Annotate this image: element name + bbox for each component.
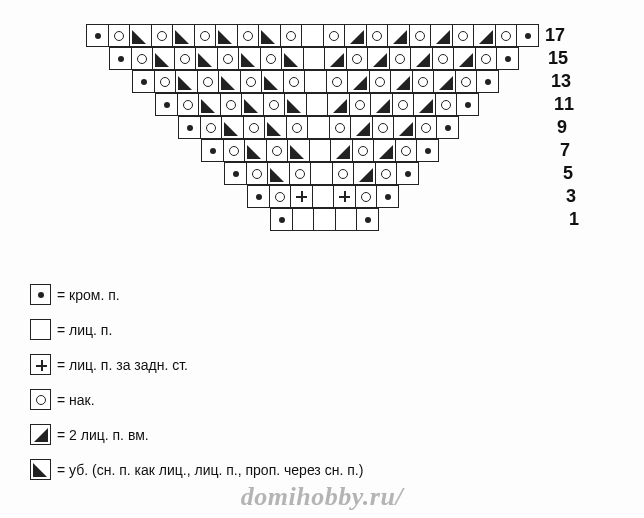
chart-cell-yo xyxy=(352,139,375,162)
chart-cell-dot xyxy=(201,139,224,162)
chart-cell-yo xyxy=(432,47,455,70)
row-number: 13 xyxy=(551,71,571,92)
chart-cell-yo xyxy=(108,24,131,47)
chart-cell-yo xyxy=(412,70,435,93)
chart-cell-ssk xyxy=(264,116,287,139)
chart-cell-yo xyxy=(246,162,269,185)
chart-cell-knit xyxy=(292,208,315,231)
chart-cell-dot xyxy=(224,162,247,185)
chart-cell-yo xyxy=(395,139,418,162)
chart-cell-k2 xyxy=(373,139,396,162)
chart-cell-ssk xyxy=(261,70,284,93)
chart-cell-ssk xyxy=(281,47,304,70)
row-number: 9 xyxy=(557,117,567,138)
chart-cell-k2 xyxy=(430,24,453,47)
chart-cell-knit xyxy=(303,47,326,70)
chart-cell-yo xyxy=(283,70,306,93)
chart-cell-k2 xyxy=(330,139,353,162)
chart-cell-k2 xyxy=(367,47,390,70)
chart-cell-knit xyxy=(307,116,330,139)
row-number: 17 xyxy=(545,25,565,46)
chart-cell-yo xyxy=(323,24,346,47)
chart-cell-yo xyxy=(194,24,217,47)
chart-row: 5 xyxy=(86,162,579,185)
chart-cell-ssk xyxy=(284,93,307,116)
chart-cell-yo xyxy=(332,162,355,185)
legend-symbol-plus xyxy=(30,354,51,375)
chart-cell-knit xyxy=(312,185,335,208)
chart-cell-yo xyxy=(223,139,246,162)
legend-item: = 2 лиц. п. вм. xyxy=(30,424,363,445)
chart-cell-ssk xyxy=(175,70,198,93)
legend: = кром. п.= лиц. п.= лиц. п. за задн. ст… xyxy=(30,284,363,494)
chart-cell-yo xyxy=(392,93,415,116)
chart-cell-ssk xyxy=(129,24,152,47)
chart-cell-yo xyxy=(177,93,200,116)
chart-cell-yo xyxy=(286,116,309,139)
chart-cell-yo xyxy=(217,47,240,70)
legend-label: = лиц. п. за задн. ст. xyxy=(57,357,188,373)
chart-cell-k2 xyxy=(413,93,436,116)
chart-cell-yo xyxy=(243,116,266,139)
chart-cell-yo xyxy=(346,47,369,70)
chart-cell-k2 xyxy=(370,93,393,116)
chart-cell-yo xyxy=(329,116,352,139)
chart-row: 15 xyxy=(86,47,579,70)
legend-label: = кром. п. xyxy=(57,287,120,303)
chart-cell-yo xyxy=(409,24,432,47)
chart-cell-yo xyxy=(263,93,286,116)
chart-cell-dot xyxy=(476,70,499,93)
chart-cell-yo xyxy=(280,24,303,47)
chart-cell-yo xyxy=(326,70,349,93)
chart-cell-yo xyxy=(389,47,412,70)
legend-label: = уб. (сн. п. как лиц., лиц. п., проп. ч… xyxy=(57,462,363,478)
chart-cell-dot xyxy=(270,208,293,231)
chart-cell-yo xyxy=(495,24,518,47)
chart-cell-yo xyxy=(349,93,372,116)
chart-cell-dot xyxy=(376,185,399,208)
chart-cell-yo xyxy=(369,70,392,93)
chart-cell-ssk xyxy=(238,47,261,70)
legend-symbol-dot xyxy=(30,284,51,305)
chart-cell-yo xyxy=(220,93,243,116)
chart-cell-yo xyxy=(266,139,289,162)
chart-cell-ssk xyxy=(172,24,195,47)
chart-cell-dot xyxy=(109,47,132,70)
row-number: 15 xyxy=(548,48,568,69)
chart-cell-dot xyxy=(247,185,270,208)
chart-cell-k2 xyxy=(327,93,350,116)
row-number: 3 xyxy=(566,186,576,207)
chart-cell-dot xyxy=(496,47,519,70)
chart-cell-k2 xyxy=(387,24,410,47)
chart-row: 17 xyxy=(86,24,579,47)
chart-cell-yo xyxy=(131,47,154,70)
legend-symbol-yo xyxy=(30,389,51,410)
chart-cell-dot xyxy=(155,93,178,116)
chart-cell-yo xyxy=(269,185,292,208)
chart-cell-knit xyxy=(306,93,329,116)
chart-cell-dot xyxy=(356,208,379,231)
chart-cell-yo xyxy=(289,162,312,185)
chart-cell-yo xyxy=(154,70,177,93)
chart-cell-yo xyxy=(151,24,174,47)
row-number: 11 xyxy=(554,94,574,115)
legend-label: = 2 лиц. п. вм. xyxy=(57,427,149,443)
chart-cell-dot xyxy=(396,162,419,185)
chart-cell-ssk xyxy=(152,47,175,70)
chart-cell-ssk xyxy=(267,162,290,185)
chart-cell-yo xyxy=(475,47,498,70)
legend-symbol-knit xyxy=(30,319,51,340)
chart-cell-knit xyxy=(313,208,336,231)
chart-cell-ssk xyxy=(221,116,244,139)
chart-cell-yo xyxy=(375,162,398,185)
chart-cell-yo xyxy=(200,116,223,139)
chart-cell-dot xyxy=(178,116,201,139)
chart-cell-plus xyxy=(333,185,356,208)
legend-item: = кром. п. xyxy=(30,284,363,305)
chart-cell-yo xyxy=(415,116,438,139)
chart-row: 9 xyxy=(86,116,579,139)
chart-cell-knit xyxy=(304,70,327,93)
legend-symbol-ssk xyxy=(30,459,51,480)
legend-item: = нак. xyxy=(30,389,363,410)
chart-cell-k2 xyxy=(324,47,347,70)
